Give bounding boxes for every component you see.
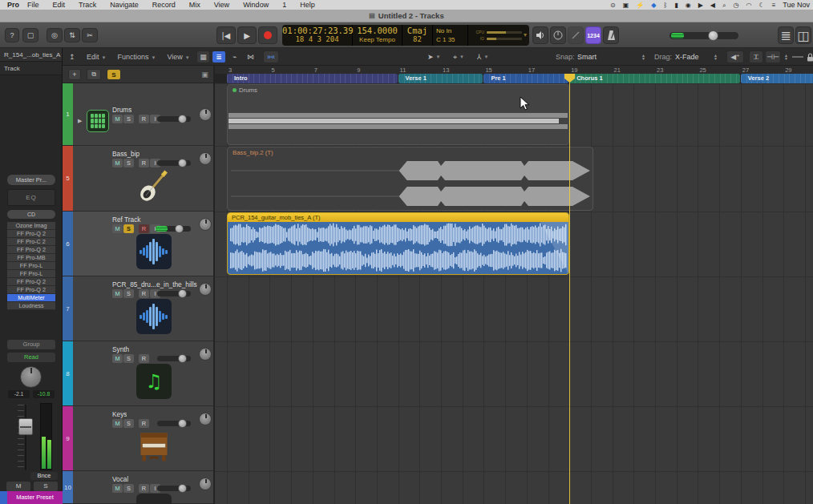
display-icon[interactable]: ▣: [623, 2, 629, 9]
track-solo-button[interactable]: S: [123, 289, 134, 298]
track-pan-knob[interactable]: [199, 478, 212, 490]
tuner-button[interactable]: [550, 26, 566, 44]
master-volume-thumb[interactable]: [708, 30, 718, 41]
track-name[interactable]: Vocal: [112, 475, 128, 483]
control-center-icon[interactable]: ≡: [772, 2, 776, 9]
track-header-config-icon[interactable]: ▣: [199, 69, 211, 80]
track-header-synth[interactable]: 8SynthMSR♫: [63, 341, 215, 406]
track-name[interactable]: Drums: [112, 106, 131, 114]
volume-thumb[interactable]: [175, 224, 184, 233]
metronome-button[interactable]: [603, 26, 619, 44]
plugin-slot-3[interactable]: FF Pro-Q 2: [7, 246, 55, 254]
toolbar-menu-view[interactable]: View▼: [167, 53, 189, 61]
volume-fader[interactable]: [18, 418, 33, 435]
region-ref-selected[interactable]: PCR_154_guitar_mob_ties_A (T): [227, 212, 569, 275]
toolbar-toggle-button[interactable]: ≣: [778, 26, 794, 44]
track-pan-knob[interactable]: [199, 152, 212, 165]
track-volume-slider[interactable]: [157, 486, 191, 491]
track-pan-knob[interactable]: [199, 348, 212, 361]
plugin-slot-5[interactable]: FF Pro-L: [7, 262, 55, 270]
record-button[interactable]: [258, 26, 277, 44]
menu-item-help[interactable]: Help: [300, 1, 315, 9]
plugin-slot-8[interactable]: FF Pro-Q 2: [7, 286, 55, 294]
automation-mode-button[interactable]: Read: [7, 353, 55, 362]
lcd-cpu-section[interactable]: CPU IO: [468, 25, 529, 46]
plugin-slot-7[interactable]: FF Pro-Q 2: [7, 278, 55, 286]
list-view-icon[interactable]: ≣: [212, 50, 226, 63]
marker-intro[interactable]: Intro: [227, 74, 398, 83]
volume-icon[interactable]: ◀: [710, 2, 715, 9]
plugin-slot-2[interactable]: FF Pro-C 2: [7, 238, 55, 246]
track-solo-button[interactable]: S: [123, 419, 134, 428]
menu-clock[interactable]: Tue Nov: [783, 1, 810, 9]
menu-item-track[interactable]: Track: [79, 1, 96, 9]
crossfade-icon[interactable]: ⋈: [247, 50, 254, 63]
toolbar-menu-functions[interactable]: Functions▼: [117, 53, 156, 61]
plugin-slot-6[interactable]: FF Pro-L: [7, 270, 55, 278]
channel-setting-button[interactable]: Master Pr...: [7, 175, 55, 185]
volume-thumb[interactable]: [178, 115, 187, 123]
replace-button[interactable]: [568, 26, 584, 44]
vertical-zoom-icon[interactable]: Ɪ: [749, 50, 763, 63]
play-button[interactable]: ▶: [237, 26, 257, 44]
command-tool-menu[interactable]: ⌖▼: [453, 50, 464, 63]
marker-verse-1[interactable]: Verse 1: [398, 74, 483, 83]
plugin-slot-0[interactable]: Ozone Imag: [7, 222, 55, 230]
track-header-keys[interactable]: 9KeysMSR: [63, 406, 215, 471]
bass-guitar-icon[interactable]: [136, 168, 172, 204]
group-button[interactable]: Group: [7, 340, 55, 349]
plugin-slot-9[interactable]: MultiMeter: [7, 294, 55, 302]
marker-verse-2[interactable]: Verse 2: [741, 74, 813, 83]
gain-button[interactable]: CD: [7, 210, 55, 219]
track-mute-button[interactable]: M: [112, 115, 123, 123]
spotlight-icon[interactable]: ⌕: [722, 2, 726, 9]
track-mute-button[interactable]: M: [112, 419, 123, 428]
track-mute-button[interactable]: M: [112, 289, 123, 298]
volume-thumb[interactable]: [178, 289, 187, 298]
track-record-button[interactable]: R: [139, 354, 149, 363]
count-in-button[interactable]: 1234: [585, 26, 601, 44]
lcd-chevron-icon[interactable]: ▾: [524, 31, 527, 38]
editors-icon[interactable]: ✂: [82, 28, 98, 42]
shortcuts-icon[interactable]: ⊙: [610, 2, 616, 9]
track-solo-button[interactable]: S: [123, 159, 134, 167]
track-solo-button[interactable]: S: [123, 354, 134, 363]
track-mute-button[interactable]: M: [112, 484, 123, 493]
menu-item-mix[interactable]: Mix: [189, 1, 200, 9]
region-ref-header[interactable]: PCR_154_guitar_mob_ties_A (T): [228, 213, 568, 222]
track-name[interactable]: Synth: [112, 345, 129, 353]
power-icon[interactable]: ⚡: [636, 2, 644, 9]
quick-help-button[interactable]: ?: [5, 28, 19, 42]
library-button[interactable]: ▢: [22, 28, 38, 42]
volume-thumb[interactable]: [178, 354, 187, 363]
cycle-audio-icon[interactable]: [532, 26, 548, 44]
volume-thumb[interactable]: [178, 484, 187, 493]
track-name[interactable]: Ref Track: [112, 216, 141, 224]
fade-tool-menu[interactable]: ⅄▼: [477, 50, 488, 63]
menu-item-record[interactable]: Record: [152, 1, 176, 9]
horizontal-zoom-icon[interactable]: ⊣⊢: [765, 50, 781, 63]
track-pan-knob[interactable]: [199, 413, 212, 425]
audio-waveform-icon[interactable]: [136, 299, 172, 334]
snap-stepper[interactable]: ▲▼: [641, 50, 645, 63]
menu-item-navigate[interactable]: Navigate: [110, 1, 139, 9]
audition-icon[interactable]: ◀⁺: [726, 50, 744, 63]
drag-stepper[interactable]: ▲▼: [714, 50, 718, 63]
track-solo-button[interactable]: S: [123, 115, 134, 123]
zoom-stepper[interactable]: ▲▼: [784, 50, 788, 63]
channel-mute-button[interactable]: M: [6, 482, 30, 491]
audio-waveform-icon[interactable]: [136, 234, 172, 269]
track-pan-knob[interactable]: [199, 218, 212, 231]
lcd-key-section[interactable]: Cmaj 82: [402, 25, 433, 46]
track-pan-knob[interactable]: [199, 108, 212, 121]
catch-playhead-icon[interactable]: ↥: [69, 50, 75, 63]
plugin-slot-1[interactable]: FF Pro-Q 2: [7, 230, 55, 238]
menu-item-edit[interactable]: Edit: [53, 1, 66, 9]
track-name[interactable]: PCR_85_dru...e_in_the_hills: [112, 280, 197, 288]
bar-ruler[interactable]: 357911131517192123252729: [215, 66, 813, 74]
flex-icon[interactable]: »«: [263, 50, 279, 63]
track-mute-button[interactable]: M: [112, 159, 123, 167]
menu-item-window[interactable]: Window: [243, 1, 269, 9]
grid-view-icon[interactable]: ▦: [196, 50, 210, 63]
track-header-ref-track[interactable]: 6Ref TrackMSRI: [63, 212, 215, 276]
